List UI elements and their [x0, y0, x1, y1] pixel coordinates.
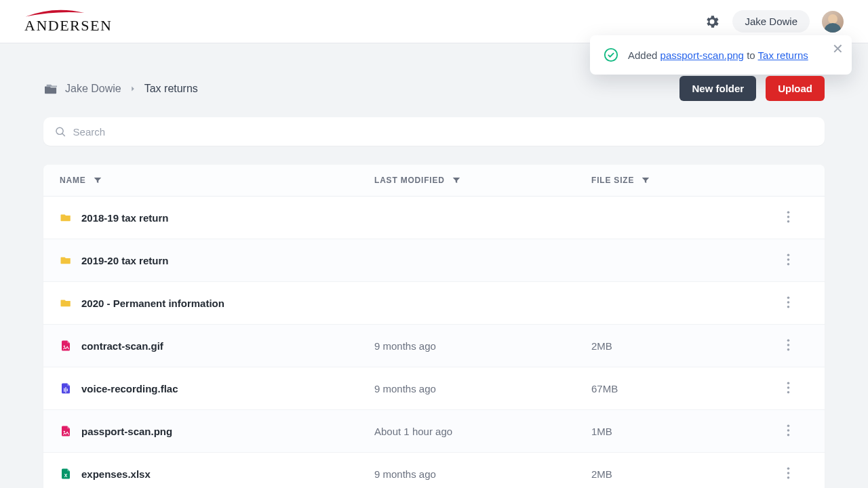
svg-point-25 [787, 472, 789, 474]
svg-point-6 [787, 253, 789, 256]
folder-stack-icon [43, 83, 58, 95]
file-modified: 9 months ago [374, 468, 591, 480]
col-name: NAME [60, 176, 86, 185]
svg-point-17 [787, 386, 789, 389]
chevron-right-icon [128, 84, 138, 94]
folder-icon [60, 210, 72, 225]
svg-text:X: X [64, 473, 68, 478]
file-name: contract-scan.gif [81, 340, 163, 352]
file-size: 1MB [591, 426, 768, 437]
folder-icon [60, 253, 72, 268]
table-row[interactable]: voice-recording.flac9 months ago67MB [43, 367, 825, 410]
image-file-icon [60, 424, 72, 439]
file-size: 2MB [591, 468, 768, 480]
row-menu-button[interactable] [787, 467, 790, 481]
settings-icon[interactable] [704, 14, 720, 30]
row-menu-button[interactable] [787, 296, 790, 310]
svg-point-14 [787, 344, 789, 346]
row-menu-button[interactable] [787, 253, 790, 268]
filter-icon[interactable] [641, 176, 650, 185]
svg-point-4 [787, 216, 789, 218]
svg-point-5 [787, 220, 789, 222]
file-table: NAME LAST MODIFIED FILE SIZE 2018-19 tax… [43, 165, 825, 488]
upload-button[interactable]: Upload [766, 76, 825, 101]
svg-point-16 [787, 382, 789, 384]
search-icon [54, 125, 66, 138]
file-modified: 9 months ago [374, 383, 591, 394]
svg-point-21 [787, 429, 789, 432]
row-menu-button[interactable] [787, 339, 790, 353]
svg-point-9 [787, 296, 789, 299]
svg-point-12 [64, 346, 65, 347]
svg-point-26 [787, 476, 789, 479]
svg-point-7 [787, 258, 789, 261]
file-name: 2020 - Permanent information [81, 298, 224, 309]
table-row[interactable]: 2019-20 tax return [43, 239, 825, 282]
table-row[interactable]: 2018-19 tax return [43, 197, 825, 239]
svg-point-13 [787, 339, 789, 342]
table-row[interactable]: 2020 - Permanent information [43, 282, 825, 325]
svg-point-19 [64, 431, 65, 432]
row-menu-button[interactable] [787, 424, 790, 439]
file-name: expenses.xlsx [81, 468, 151, 480]
svg-point-18 [787, 390, 789, 393]
file-name: 2018-19 tax return [81, 212, 168, 224]
svg-line-2 [62, 134, 64, 136]
row-menu-button[interactable] [787, 382, 790, 396]
file-name: passport-scan.png [81, 426, 172, 437]
search-input[interactable] [73, 126, 814, 138]
svg-point-11 [787, 305, 789, 308]
user-name: Jake Dowie [745, 16, 797, 27]
table-header: NAME LAST MODIFIED FILE SIZE [43, 165, 825, 197]
table-row[interactable]: Xexpenses.xlsx9 months ago2MB [43, 453, 825, 488]
table-row[interactable]: contract-scan.gif9 months ago2MB [43, 325, 825, 367]
sheet-file-icon: X [60, 466, 72, 481]
user-menu[interactable]: Jake Dowie [732, 10, 810, 33]
svg-point-24 [787, 467, 789, 470]
breadcrumb: Jake Dowie Tax returns [43, 83, 198, 95]
svg-point-8 [787, 262, 789, 265]
svg-point-10 [787, 301, 789, 304]
breadcrumb-current: Tax returns [144, 83, 198, 95]
filter-icon[interactable] [93, 176, 102, 185]
svg-point-20 [787, 424, 789, 427]
brand-name: ANDERSEN [24, 17, 112, 35]
file-name: 2019-20 tax return [81, 255, 168, 266]
row-menu-button[interactable] [787, 211, 790, 225]
file-modified: About 1 hour ago [374, 426, 591, 437]
folder-icon [60, 296, 72, 310]
col-modified: LAST MODIFIED [374, 176, 445, 185]
new-folder-button[interactable]: New folder [679, 76, 756, 101]
col-size: FILE SIZE [591, 176, 634, 185]
svg-point-3 [787, 211, 789, 214]
file-name: voice-recording.flac [81, 383, 178, 394]
file-size: 2MB [591, 340, 768, 352]
brand-logo[interactable]: ANDERSEN [24, 9, 112, 35]
breadcrumb-root[interactable]: Jake Dowie [65, 83, 121, 95]
image-file-icon [60, 338, 72, 353]
filter-icon[interactable] [452, 176, 461, 185]
search-bar[interactable] [43, 117, 825, 146]
table-row[interactable]: passport-scan.pngAbout 1 hour ago1MB [43, 410, 825, 453]
file-size: 67MB [591, 383, 768, 394]
avatar[interactable] [822, 11, 844, 33]
svg-point-22 [787, 433, 789, 436]
svg-point-15 [787, 348, 789, 350]
audio-file-icon [60, 381, 72, 396]
file-modified: 9 months ago [374, 340, 591, 352]
